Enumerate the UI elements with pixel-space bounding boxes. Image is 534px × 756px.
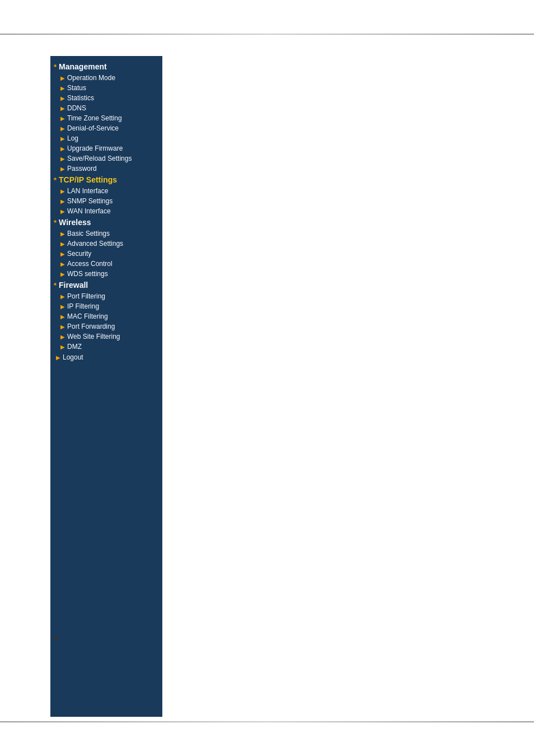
sidebar-item-wds-settings[interactable]: ▶WDS settings — [50, 269, 162, 279]
section-title-firewall: Firewall — [59, 281, 88, 290]
bullet-area — [50, 633, 62, 644]
sidebar-item-label-ip-filtering: IP Filtering — [67, 302, 99, 310]
sidebar-item-label-security: Security — [67, 250, 91, 258]
sidebar-item-label-wan-interface: WAN Interface — [67, 207, 111, 215]
sidebar-item-label-port-forwarding: Port Forwarding — [67, 323, 115, 330]
section-header-wireless: *Wireless — [50, 216, 162, 228]
sidebar-item-ddns[interactable]: ▶DDNS — [50, 103, 162, 113]
sidebar-item-status[interactable]: ▶Status — [50, 83, 162, 93]
sidebar-item-upgrade-firmware[interactable]: ▶Upgrade Firmware — [50, 143, 162, 153]
sidebar-item-label-operation-mode: Operation Mode — [67, 74, 115, 82]
arrow-icon: ▶ — [60, 231, 65, 237]
sidebar-item-label-time-zone-setting: Time Zone Setting — [67, 114, 122, 122]
sidebar-item-label-web-site-filtering: Web Site Filtering — [67, 333, 120, 340]
sidebar-item-ip-filtering[interactable]: ▶IP Filtering — [50, 301, 162, 311]
arrow-icon: ▶ — [60, 125, 65, 132]
arrow-icon: ▶ — [60, 293, 65, 300]
sidebar-item-log[interactable]: ▶Log — [50, 133, 162, 143]
sidebar-item-label-access-control: Access Control — [67, 260, 113, 268]
sidebar-item-web-site-filtering[interactable]: ▶Web Site Filtering — [50, 332, 162, 342]
arrow-icon: ▶ — [60, 156, 65, 162]
sidebar-item-label-mac-filtering: MAC Filtering — [67, 312, 108, 320]
sidebar-item-label-upgrade-firmware: Upgrade Firmware — [67, 144, 123, 152]
arrow-icon: ▶ — [60, 85, 65, 91]
sidebar-item-statistics[interactable]: ▶Statistics — [50, 93, 162, 103]
arrow-icon: ▶ — [60, 166, 65, 172]
sidebar-item-denial-of-service[interactable]: ▶Denial-of-Service — [50, 123, 162, 133]
arrow-icon: ▶ — [60, 324, 65, 330]
sidebar-item-label-port-filtering: Port Filtering — [67, 292, 105, 300]
section-star-management: * — [54, 63, 57, 71]
sidebar-item-advanced-settings[interactable]: ▶Advanced Settings — [50, 239, 162, 249]
sidebar-item-label-wds-settings: WDS settings — [67, 270, 108, 278]
arrow-icon: ▶ — [60, 75, 65, 81]
arrow-icon: ▶ — [60, 95, 65, 101]
sidebar-item-logout[interactable]: ▶Logout — [50, 352, 162, 363]
sidebar-item-password[interactable]: ▶Password — [50, 164, 162, 174]
section-star-wireless: * — [54, 218, 57, 227]
arrow-icon: ▶ — [60, 115, 65, 122]
section-title-wireless: Wireless — [59, 218, 91, 227]
arrow-icon: ▶ — [60, 198, 65, 204]
sidebar-item-label-basic-settings: Basic Settings — [67, 230, 110, 237]
main-content: *Management▶Operation Mode▶Status▶Statis… — [0, 39, 534, 717]
arrow-icon: ▶ — [60, 261, 65, 267]
sidebar-item-label-dmz: DMZ — [67, 343, 82, 351]
sidebar-item-operation-mode[interactable]: ▶Operation Mode — [50, 73, 162, 83]
sidebar-item-label-lan-interface: LAN Interface — [67, 187, 108, 195]
sidebar-item-savereload-settings[interactable]: ▶Save/Reload Settings — [50, 153, 162, 164]
arrow-icon: ▶ — [60, 344, 65, 350]
arrow-icon: ▶ — [60, 146, 65, 152]
arrow-icon: ▶ — [60, 251, 65, 257]
sidebar-item-label-denial-of-service: Denial-of-Service — [67, 124, 119, 132]
section-title-tcpip: TCP/IP Settings — [59, 175, 117, 184]
arrow-icon: ▶ — [60, 241, 65, 247]
arrow-icon: ▶ — [60, 105, 65, 111]
arrow-icon: ▶ — [60, 271, 65, 277]
sidebar-item-mac-filtering[interactable]: ▶MAC Filtering — [50, 311, 162, 321]
arrow-icon: ▶ — [60, 314, 65, 320]
sidebar-item-time-zone-setting[interactable]: ▶Time Zone Setting — [50, 113, 162, 123]
sidebar-item-dmz[interactable]: ▶DMZ — [50, 342, 162, 352]
sidebar-item-label-statistics: Statistics — [67, 94, 94, 102]
arrow-icon: ▶ — [60, 188, 65, 194]
section-header-management: *Management — [50, 60, 162, 73]
sidebar-item-label-advanced-settings: Advanced Settings — [67, 240, 123, 248]
sidebar-item-basic-settings[interactable]: ▶Basic Settings — [50, 228, 162, 239]
sidebar-item-port-filtering[interactable]: ▶Port Filtering — [50, 291, 162, 301]
top-border — [0, 34, 534, 35]
arrow-icon: ▶ — [60, 334, 65, 340]
sidebar-item-label-ddns: DDNS — [67, 104, 86, 112]
bottom-border — [0, 721, 534, 722]
sidebar-item-label-status: Status — [67, 84, 86, 92]
section-header-firewall: *Firewall — [50, 279, 162, 291]
bullet-square — [54, 637, 58, 640]
sidebar-item-snmp-settings[interactable]: ▶SNMP Settings — [50, 196, 162, 206]
logout-label: Logout — [63, 353, 83, 361]
sidebar-item-lan-interface[interactable]: ▶LAN Interface — [50, 186, 162, 196]
section-title-management: Management — [59, 62, 107, 71]
logout-arrow-icon: ▶ — [56, 354, 60, 361]
sidebar: *Management▶Operation Mode▶Status▶Statis… — [50, 56, 162, 717]
sidebar-item-port-forwarding[interactable]: ▶Port Forwarding — [50, 321, 162, 332]
section-star-firewall: * — [54, 281, 57, 290]
sidebar-item-security[interactable]: ▶Security — [50, 249, 162, 259]
sidebar-item-access-control[interactable]: ▶Access Control — [50, 259, 162, 269]
arrow-icon: ▶ — [60, 208, 65, 214]
sidebar-item-label-snmp-settings: SNMP Settings — [67, 197, 113, 205]
sidebar-item-label-password: Password — [67, 165, 97, 172]
sidebar-item-label-savereload-settings: Save/Reload Settings — [67, 155, 132, 162]
section-star-tcpip: * — [54, 176, 57, 184]
arrow-icon: ▶ — [60, 304, 65, 310]
arrow-icon: ▶ — [60, 136, 65, 142]
sidebar-item-wan-interface[interactable]: ▶WAN Interface — [50, 206, 162, 216]
sidebar-item-label-log: Log — [67, 134, 78, 142]
section-header-tcpip: *TCP/IP Settings — [50, 174, 162, 186]
